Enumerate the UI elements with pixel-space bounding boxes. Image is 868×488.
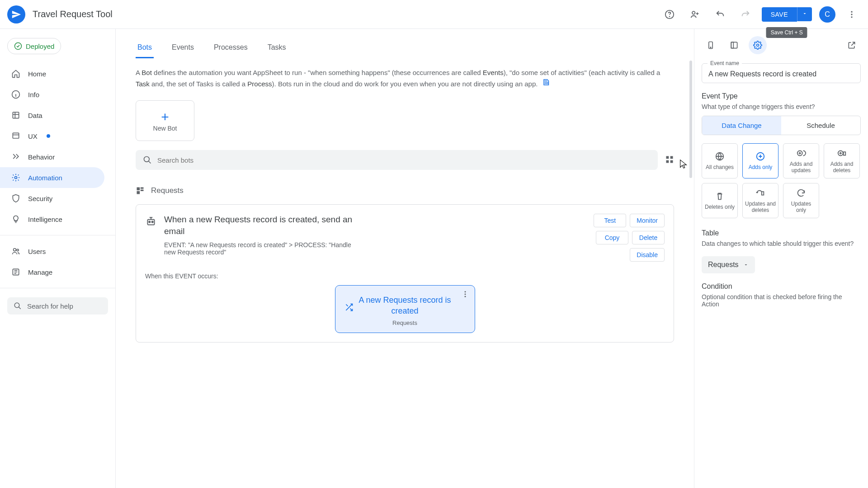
schedule-option[interactable]: Schedule xyxy=(781,116,860,135)
undo-icon[interactable] xyxy=(711,5,729,23)
right-panel: Event name Event Type What type of chang… xyxy=(694,29,868,488)
sidebar-item-ux[interactable]: UX xyxy=(0,126,104,146)
monitor-button[interactable]: Monitor xyxy=(630,214,665,227)
add-update-icon xyxy=(796,148,806,158)
data-change-option[interactable]: Data Change xyxy=(702,116,781,135)
tab-tasks[interactable]: Tasks xyxy=(266,38,288,58)
sidebar-item-users[interactable]: Users xyxy=(0,241,104,262)
scrollbar[interactable] xyxy=(689,61,692,178)
add-delete-icon xyxy=(837,148,847,158)
save-button[interactable]: SAVE xyxy=(762,7,797,22)
search-bots-input[interactable] xyxy=(157,156,651,164)
tab-events[interactable]: Events xyxy=(170,38,196,58)
event-type-title: Event Type xyxy=(702,92,861,100)
delete-button[interactable]: Delete xyxy=(632,231,665,244)
svg-rect-32 xyxy=(731,42,737,48)
save-dropdown[interactable] xyxy=(797,7,812,21)
tab-bots[interactable]: Bots xyxy=(136,38,154,58)
change-adds-deletes[interactable]: Adds and deletes xyxy=(824,143,860,178)
svg-rect-17 xyxy=(670,156,673,159)
field-label: Event name xyxy=(708,60,742,66)
shuffle-icon xyxy=(344,303,354,313)
search-icon xyxy=(143,155,152,164)
svg-point-6 xyxy=(15,43,22,50)
event-name-input[interactable] xyxy=(708,70,854,78)
save-tooltip: Save Ctrl + S xyxy=(766,27,807,38)
collapse-handle-icon[interactable] xyxy=(692,255,694,263)
nav-dot-indicator xyxy=(47,134,50,138)
header-actions: SAVE Save Ctrl + S C xyxy=(660,5,861,23)
help-icon[interactable] xyxy=(660,5,679,23)
sidebar-item-home[interactable]: Home xyxy=(0,63,104,84)
sidebar-item-data[interactable]: Data xyxy=(0,105,104,126)
sidebar-item-info[interactable]: Info xyxy=(0,84,104,105)
sidebar-item-label: Intelligence xyxy=(28,216,62,223)
sidebar-item-security[interactable]: Security xyxy=(0,188,104,209)
open-external-icon[interactable] xyxy=(843,36,861,54)
more-vert-icon[interactable] xyxy=(843,5,861,23)
tablet-preview-icon[interactable] xyxy=(725,36,743,54)
sidebar: Deployed Home Info Data UX Behavior Auto… xyxy=(0,29,116,488)
copy-button[interactable]: Copy xyxy=(596,231,628,244)
table-value: Requests xyxy=(708,261,739,269)
redo-icon[interactable] xyxy=(736,5,755,23)
svg-point-14 xyxy=(14,303,19,308)
requests-section-header[interactable]: Requests xyxy=(127,181,683,201)
app-logo xyxy=(7,5,25,23)
change-updates-only[interactable]: Updates only xyxy=(783,183,819,218)
change-deletes-only[interactable]: Deletes only xyxy=(702,183,738,218)
change-type-grid: All changes Adds only Adds and updates A… xyxy=(702,143,861,218)
sidebar-item-intelligence[interactable]: Intelligence xyxy=(0,209,104,230)
change-all[interactable]: All changes xyxy=(702,143,738,178)
chevron-down-icon xyxy=(802,11,807,16)
change-adds-only[interactable]: Adds only xyxy=(742,143,778,178)
sidebar-item-label: UX xyxy=(28,132,38,140)
table-subtitle: Data changes to which table should trigg… xyxy=(702,240,861,247)
plus-icon: + xyxy=(161,109,169,125)
svg-point-27 xyxy=(464,291,466,292)
event-type-subtitle: What type of change triggers this event? xyxy=(702,103,861,110)
change-adds-updates[interactable]: Adds and updates xyxy=(783,143,819,178)
sidebar-item-behavior[interactable]: Behavior xyxy=(0,146,104,167)
condition-title: Condition xyxy=(702,282,861,291)
bot-title: When a new Requests record is created, s… xyxy=(164,214,363,237)
avatar[interactable]: C xyxy=(819,6,835,23)
more-vert-icon[interactable] xyxy=(461,290,469,300)
tab-processes[interactable]: Processes xyxy=(212,38,250,58)
svg-point-5 xyxy=(851,16,852,18)
search-help-label: Search for help xyxy=(27,302,73,310)
table-select[interactable]: Requests xyxy=(702,256,755,273)
change-updates-deletes[interactable]: Updates and deletes xyxy=(742,183,778,218)
new-bot-button[interactable]: + New Bot xyxy=(136,100,194,141)
grid-view-icon[interactable] xyxy=(665,155,674,165)
search-help[interactable]: Search for help xyxy=(7,297,108,314)
doc-link-icon[interactable] xyxy=(542,80,551,88)
person-add-icon[interactable] xyxy=(686,5,704,23)
deploy-label: Deployed xyxy=(26,42,54,50)
svg-rect-23 xyxy=(137,191,140,194)
event-card[interactable]: A new Requests record is created Request… xyxy=(335,285,475,333)
sidebar-item-label: Manage xyxy=(28,268,52,276)
svg-point-26 xyxy=(152,221,153,222)
svg-point-10 xyxy=(15,177,17,179)
disable-button[interactable]: Disable xyxy=(630,248,665,262)
app-title: Travel Request Tool xyxy=(33,9,113,19)
search-bots-field[interactable] xyxy=(136,150,658,170)
sidebar-item-manage[interactable]: Manage xyxy=(0,262,104,282)
deploy-status[interactable]: Deployed xyxy=(7,38,61,54)
sidebar-item-automation[interactable]: Automation xyxy=(0,167,104,188)
sidebar-item-label: Automation xyxy=(28,174,62,182)
event-name-field[interactable]: Event name xyxy=(702,63,861,83)
new-bot-label: New Bot xyxy=(153,125,177,132)
search-icon xyxy=(14,302,22,310)
event-type-toggle: Data Change Schedule xyxy=(702,116,861,135)
svg-point-15 xyxy=(144,157,150,162)
app-header: Travel Request Tool SAVE Save Ctrl + S C xyxy=(0,0,868,29)
mobile-preview-icon[interactable] xyxy=(702,36,720,54)
shield-icon xyxy=(11,193,21,203)
svg-point-2 xyxy=(692,11,695,14)
svg-point-28 xyxy=(464,294,466,295)
event-occurs-label: When this EVENT occurs: xyxy=(145,272,665,280)
test-button[interactable]: Test xyxy=(594,214,626,227)
settings-preview-icon[interactable] xyxy=(749,36,767,54)
